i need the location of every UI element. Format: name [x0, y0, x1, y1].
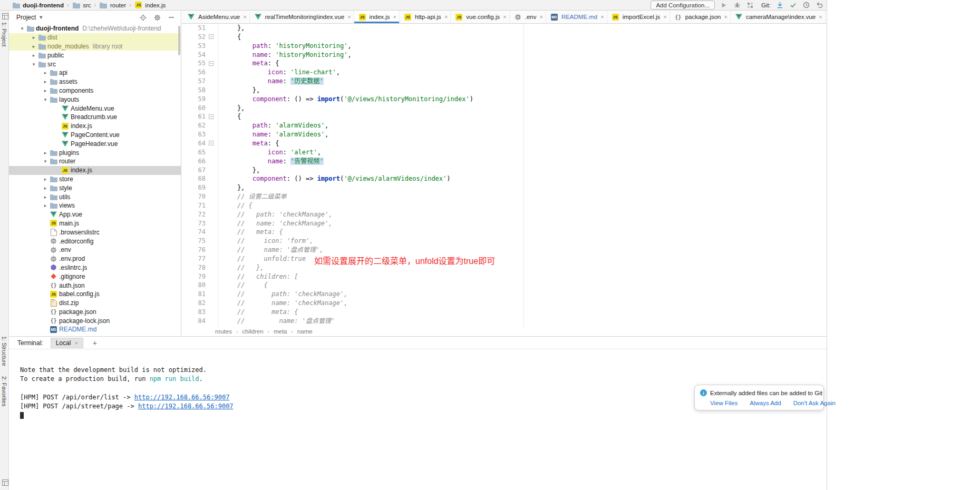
gutter-line-56[interactable]: 56	[182, 68, 218, 77]
tree-item-auth-json[interactable]: {}auth.json	[9, 281, 181, 290]
nav-crumb-duoji-frontend[interactable]: duoji-frontend	[11, 2, 65, 8]
chevron-right-icon[interactable]: ▸	[42, 79, 49, 84]
toolwindow-switcher-icon[interactable]	[1, 478, 9, 487]
tree-item-eslintrc-js[interactable]: .eslintrc.js	[9, 263, 181, 272]
gutter-line-65[interactable]: 65	[182, 148, 218, 157]
code-line-78[interactable]: // },	[218, 263, 827, 272]
chevron-right-icon[interactable]: ▸	[42, 185, 49, 191]
terminal-link[interactable]: http://192.168.66.56:9007	[134, 394, 230, 401]
gutter-line-62[interactable]: 62	[182, 121, 218, 130]
chevron-down-icon[interactable]: ▼	[38, 15, 43, 20]
code-line-80[interactable]: // {	[218, 281, 827, 290]
gutter-line-78[interactable]: 78	[182, 263, 218, 272]
tree-item-gitignore[interactable]: .gitignore	[9, 272, 181, 281]
chevron-right-icon[interactable]: ▸	[42, 194, 49, 200]
gutter-line-66[interactable]: 66	[182, 157, 218, 166]
tree-item-plugins[interactable]: ▸plugins	[9, 148, 181, 157]
gutter-line-51[interactable]: 51	[182, 24, 218, 33]
gutter-line-75[interactable]: 75	[182, 237, 218, 246]
gutter-line-84[interactable]: 84	[182, 317, 218, 326]
terminal-output[interactable]: Note that the development build is not o…	[9, 349, 827, 490]
gutter-line-77[interactable]: 77	[182, 254, 218, 263]
gutter-line-52[interactable]: 52−	[182, 33, 218, 42]
gutter-line-60[interactable]: 60	[182, 104, 218, 113]
close-tab-icon[interactable]: ×	[503, 14, 506, 20]
close-tab-icon[interactable]: ×	[600, 14, 604, 20]
gutter-line-67[interactable]: 67	[182, 166, 218, 175]
close-tab-icon[interactable]: ×	[539, 14, 542, 20]
code-line-51[interactable]: },	[218, 24, 827, 33]
always-add-link[interactable]: Always Add	[750, 400, 781, 406]
gutter-line-80[interactable]: 80	[182, 281, 218, 290]
code-line-71[interactable]: // {	[218, 201, 827, 210]
tree-item-node-modules[interactable]: ▸node_moduleslibrary root	[9, 42, 181, 51]
code-line-65[interactable]: icon: 'alert',	[218, 148, 827, 157]
tree-item-babel-config-js[interactable]: JSbabel.config.js	[9, 290, 181, 299]
chevron-right-icon[interactable]: ▸	[30, 53, 37, 58]
tree-scrollbar-thumb[interactable]	[178, 26, 180, 55]
view-files-link[interactable]: View Files	[710, 400, 738, 406]
tree-item-views[interactable]: ▸views	[9, 201, 181, 210]
gutter-line-82[interactable]: 82	[182, 299, 218, 308]
code-line-62[interactable]: path: 'alarmVideos',	[218, 121, 827, 130]
chevron-right-icon[interactable]: ▸	[42, 150, 49, 155]
code-line-67[interactable]: },	[218, 166, 827, 175]
close-tab-icon[interactable]: ×	[393, 14, 396, 20]
editor-crumb-meta[interactable]: meta	[274, 328, 287, 335]
fold-icon[interactable]: −	[209, 141, 214, 145]
gutter-line-73[interactable]: 73	[182, 219, 218, 228]
tree-item-components[interactable]: ▸components	[9, 86, 181, 95]
don-t-ask-again-link[interactable]: Don't Ask Again	[793, 400, 836, 406]
editor-tab-cameramanage-index-vue[interactable]: cameraManage\index.vue×	[731, 11, 826, 23]
close-tab-icon[interactable]: ×	[663, 14, 666, 20]
code-line-63[interactable]: name: 'alarmVideos',	[218, 130, 827, 139]
code-line-82[interactable]: // name: 'checkManage',	[218, 299, 827, 308]
editor-tab-asidemenu-vue[interactable]: AsideMenu.vue×	[183, 11, 250, 23]
code-line-54[interactable]: name: 'historyMonitoring',	[218, 51, 827, 60]
git-commit-check-icon[interactable]	[789, 1, 797, 9]
close-tab-icon[interactable]: ×	[819, 14, 822, 20]
gutter-line-81[interactable]: 81	[182, 290, 218, 299]
code-line-64[interactable]: meta: {	[218, 139, 827, 148]
tree-item-readme-md[interactable]: MDREADME.md	[9, 325, 181, 334]
editor-crumb-children[interactable]: children	[242, 328, 263, 335]
code-line-77[interactable]: // unfold:true	[218, 254, 827, 263]
gutter-line-61[interactable]: 61−	[182, 112, 218, 121]
gutter-line-57[interactable]: 57	[182, 77, 218, 86]
nav-crumb-router[interactable]: router	[98, 2, 127, 8]
add-configuration-button[interactable]: Add Configuration...	[651, 1, 715, 9]
toolwindow-favorites-button[interactable]: 2: Favorites	[1, 376, 7, 406]
editor-crumb-routes[interactable]: routes	[215, 328, 232, 335]
editor-tab-importexcel-js[interactable]: JSimportExcel.js×	[607, 11, 670, 23]
code-line-61[interactable]: {	[218, 112, 827, 121]
editor-tab-package-json[interactable]: {}package.json×	[670, 11, 731, 23]
chevron-right-icon[interactable]: ▸	[30, 44, 37, 49]
git-update-icon[interactable]	[775, 1, 784, 9]
chevron-right-icon[interactable]: ▸	[42, 88, 49, 93]
tree-item-dist-zip[interactable]: dist.zip	[9, 299, 181, 308]
gutter-line-74[interactable]: 74	[182, 228, 218, 237]
close-tab-icon[interactable]: ×	[243, 14, 246, 20]
tree-item-asidemenu-vue[interactable]: AsideMenu.vue	[9, 104, 181, 113]
editor-tab-realtimemonitoring-index-vue[interactable]: realTimeMonitoring\index.vue×	[250, 11, 354, 23]
tree-item-app-vue[interactable]: App.vue	[9, 210, 181, 219]
project-panel-title[interactable]: Project	[16, 14, 36, 21]
tree-item-breadcrumb-vue[interactable]: Breadcrumb.vue	[9, 113, 181, 122]
code-line-53[interactable]: path: 'historyMonitoring',	[218, 42, 827, 51]
code-line-83[interactable]: // meta: {	[218, 308, 827, 317]
editor-body[interactable]: 5152−535455−565758596061−626364−65666768…	[182, 24, 827, 327]
code-line-66[interactable]: name: '告警视频'	[218, 157, 827, 166]
code-line-56[interactable]: icon: 'line-chart',	[218, 68, 827, 77]
rollback-undo-icon[interactable]	[815, 1, 823, 9]
coverage-grid-icon[interactable]	[746, 1, 754, 9]
gutter-line-63[interactable]: 63	[182, 130, 218, 139]
editor-tab-env[interactable]: .env×	[510, 11, 546, 23]
code-line-84[interactable]: // name: '盘点管理'	[218, 317, 827, 326]
gear-icon[interactable]	[153, 13, 161, 22]
tree-item-pagecontent-vue[interactable]: PageContent.vue	[9, 131, 181, 140]
tree-item-store[interactable]: ▸store	[9, 175, 181, 184]
gutter-line-68[interactable]: 68	[182, 174, 218, 183]
tree-item-router[interactable]: ▾router	[9, 157, 181, 166]
toolwindow-project-button[interactable]: 1: Project	[1, 22, 7, 46]
gutter-line-54[interactable]: 54	[182, 51, 218, 60]
